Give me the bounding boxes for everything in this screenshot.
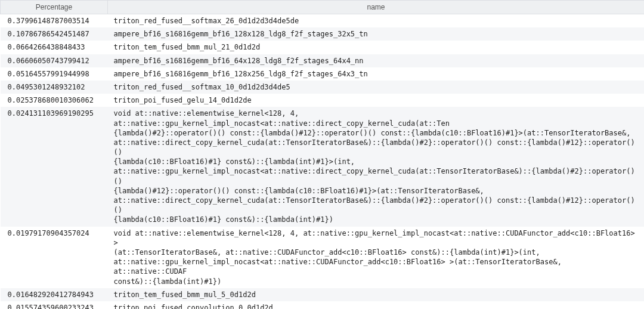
table-row[interactable]: 0.06606050743799412 ampere_bf16_s16816ge… bbox=[1, 54, 645, 67]
cell-percentage: 0.024131103969190295 bbox=[1, 107, 108, 226]
cell-percentage: 0.06606050743799412 bbox=[1, 54, 108, 67]
table-row[interactable]: 0.015574359600233243 triton_poi_fused_co… bbox=[1, 301, 645, 309]
cell-percentage: 0.01979170904357024 bbox=[1, 227, 108, 288]
cell-percentage: 0.0664266438848433 bbox=[1, 41, 108, 54]
table-row[interactable]: 0.01979170904357024 void at::native::ele… bbox=[1, 227, 645, 288]
table-row[interactable]: 0.10786786542451487 ampere_bf16_s16816ge… bbox=[1, 27, 645, 41]
cell-percentage: 0.015574359600233243 bbox=[1, 301, 108, 309]
col-header-percentage[interactable]: Percentage bbox=[1, 1, 108, 14]
cell-name: ampere_bf16_s16816gemm_bf16_64x128_ldg8_… bbox=[108, 54, 645, 67]
table-row[interactable]: 0.024131103969190295 void at::native::el… bbox=[1, 107, 645, 226]
table-row[interactable]: 0.016482920412784943 triton_tem_fused_bm… bbox=[1, 288, 645, 301]
cell-percentage: 0.0495301248932102 bbox=[1, 81, 108, 94]
cell-name: void at::native::elementwise_kernel<128,… bbox=[108, 227, 645, 288]
cell-name: void at::native::elementwise_kernel<128,… bbox=[108, 107, 645, 226]
cell-percentage: 0.37996148787003514 bbox=[1, 14, 108, 28]
table-row[interactable]: 0.025378680010306062 triton_poi_fused_ge… bbox=[1, 94, 645, 107]
cell-name: triton_red_fused__softmax_26_0d1d2d3d4de… bbox=[108, 14, 645, 28]
table-row[interactable]: 0.0664266438848433 triton_tem_fused_bmm_… bbox=[1, 41, 645, 54]
table-row[interactable]: 0.37996148787003514 triton_red_fused__so… bbox=[1, 14, 645, 28]
cell-name: triton_tem_fused_bmm_mul_21_0d1d2d bbox=[108, 41, 645, 54]
cell-name: ampere_bf16_s16816gemm_bf16_128x128_ldg8… bbox=[108, 27, 645, 41]
table-row[interactable]: 0.05164557991944998 ampere_bf16_s16816ge… bbox=[1, 67, 645, 81]
cell-name: triton_red_fused__softmax_10_0d1d2d3d4de… bbox=[108, 81, 645, 94]
cell-name: triton_poi_fused_convolution_0_0d1d2d bbox=[108, 301, 645, 309]
cell-name: triton_poi_fused_gelu_14_0d1d2de bbox=[108, 94, 645, 107]
cell-percentage: 0.025378680010306062 bbox=[1, 94, 108, 107]
profiler-table: Percentage name 0.37996148787003514 trit… bbox=[0, 0, 644, 309]
cell-percentage: 0.016482920412784943 bbox=[1, 288, 108, 301]
cell-percentage: 0.10786786542451487 bbox=[1, 27, 108, 41]
cell-name: ampere_bf16_s16816gemm_bf16_128x256_ldg8… bbox=[108, 67, 645, 81]
table-header-row: Percentage name bbox=[1, 1, 645, 14]
cell-name: triton_tem_fused_bmm_mul_5_0d1d2d bbox=[108, 288, 645, 301]
col-header-name[interactable]: name bbox=[108, 1, 645, 14]
table-row[interactable]: 0.0495301248932102 triton_red_fused__sof… bbox=[1, 81, 645, 94]
cell-percentage: 0.05164557991944998 bbox=[1, 67, 108, 81]
